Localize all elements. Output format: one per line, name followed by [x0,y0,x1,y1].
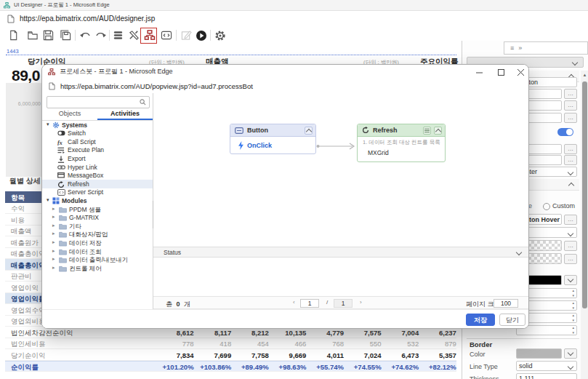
tree-item-hyper-link[interactable]: Hyper Link [42,163,153,172]
refresh-node-header[interactable]: Refresh [358,124,445,137]
tree-item-label[interactable]: Modules [62,197,86,204]
save-button[interactable]: 저장 [466,314,495,326]
save-all-icon[interactable] [60,29,72,41]
collapse-panel-icon[interactable]: » [518,44,522,52]
next-page-icon[interactable]: › [360,299,362,306]
tree-item-label[interactable]: Switch [68,129,86,137]
more-options-button[interactable]: … [564,155,577,165]
tree-item-label[interactable]: Refresh [68,180,89,188]
tree-item-label[interactable]: Execute Plan [68,146,104,153]
tree-item-modules[interactable]: ▾ Modules [42,196,153,205]
expand-arrow-icon[interactable]: ▸ [52,206,55,212]
close-button[interactable]: 닫기 [499,314,525,326]
tree-item-refresh[interactable]: Refresh [42,180,153,188]
stepper-arrows-icon[interactable]: ▴▾ [572,300,574,311]
tree-item-label[interactable]: 컨트롤 제어 [69,265,102,274]
minimize-button[interactable] [475,68,483,76]
tree-item-switch[interactable]: Switch [42,129,153,138]
onclick-event-label[interactable]: OnClick [247,142,272,149]
tree-item-label[interactable]: Server Script [68,188,103,196]
expand-arrow-icon[interactable]: ▸ [52,265,55,271]
maximize-button[interactable] [496,68,505,76]
tree-item-label[interactable]: Systems [62,121,87,129]
custom-radio[interactable] [543,203,550,210]
popup-urlbar[interactable]: https://epa.bimatrix.com/AUD/popview.jsp… [42,79,528,94]
tree-item-export[interactable]: Export [42,154,153,163]
node-list-icon[interactable] [423,127,431,135]
tab-objects[interactable]: Objects [42,108,97,120]
tree-item-execute-plan[interactable]: Execute Plan [42,146,153,155]
collapse-node-icon[interactable] [434,127,442,135]
redo-icon[interactable] [94,29,107,41]
button-node-header[interactable]: Button [230,124,315,137]
tree-item-server-script[interactable]: Server Script [42,188,153,197]
browser-url[interactable]: https://epa.bimatrix.com/AUD/designer.js… [20,15,155,23]
run-icon[interactable] [195,29,207,41]
page-size-input[interactable] [494,299,518,308]
code-view-icon[interactable] [160,29,172,41]
more-options-button[interactable]: … [564,113,577,123]
thickness-input[interactable]: 1.111 [516,373,577,379]
tree-item-ppdm-샘플[interactable]: ▸ PPDM 샘플 [42,205,153,214]
open-folder-icon[interactable] [26,29,39,41]
edit-icon[interactable] [180,29,193,41]
stepper-arrows-icon[interactable]: ▴▾ [572,313,574,323]
current-page-input[interactable] [300,299,319,308]
more-options-button[interactable]: … [564,254,577,264]
new-file-icon[interactable] [7,29,20,41]
more-options-button[interactable]: … [564,241,577,251]
settings-icon[interactable] [214,29,226,41]
dropdown-button[interactable] [564,348,577,359]
tree-search-input[interactable] [47,96,150,108]
tree-item-messagebox[interactable]: MessageBox [42,172,153,180]
popup-url[interactable]: https://epa.bimatrix.com/AUD/popview.jsp… [60,82,253,90]
pin-icon[interactable]: ≡ [510,44,514,52]
tree-item-label[interactable]: Call Script [68,138,96,145]
tree-item-label[interactable]: Hyper Link [68,164,97,171]
toggle-switch[interactable] [557,128,573,136]
tab-activities[interactable]: Activities [97,108,153,120]
stepper-arrows-icon[interactable]: ▴▾ [572,325,574,335]
panel-scrollbar[interactable]: ▲ [581,71,588,379]
prev-page-icon[interactable]: ‹ [293,299,295,306]
button-node[interactable]: Button OnClick [230,124,316,154]
more-options-button[interactable]: … [564,144,577,154]
table-row[interactable]: 순이익률+101.20%+103.86%+89.49%+98.63%+55.74… [5,361,456,372]
button-node-body[interactable]: OnClick [230,137,315,154]
tree-item-컨트롤-제어[interactable]: ▸ 컨트롤 제어 [42,264,153,273]
save-icon[interactable] [42,29,55,41]
tree-item-데이터-조회[interactable]: ▸ 데이터 조회 [42,247,153,256]
more-options-button[interactable]: … [564,89,577,99]
expand-arrow-icon[interactable]: ▸ [52,239,55,245]
table-row[interactable]: 당기순이익7,8347,6997,7589,6694,0117,0246,473… [5,349,456,361]
refresh-node[interactable]: Refresh 1. 데이터 조회 대상 컨트롤 목록 MXGrid [357,124,446,162]
more-options-button[interactable]: … [564,215,577,225]
undo-icon[interactable] [78,29,91,41]
expand-arrow-icon[interactable]: ▸ [52,248,55,254]
expand-arrow-icon[interactable]: ▸ [52,223,55,228]
collapse-node-icon[interactable] [305,127,313,135]
tree-item-g-matrix[interactable]: ▸ G-MATRIX [42,214,153,223]
border-color-swatch[interactable] [516,348,562,359]
tree-item-call-script[interactable]: fx Call Script [42,137,153,146]
data-stack-icon[interactable] [112,29,124,41]
status-section-header[interactable]: Status [153,247,529,258]
browser-urlbar[interactable]: https://epa.bimatrix.com/AUD/designer.js… [0,11,588,27]
refresh-param-value[interactable]: MXGrid [368,149,389,156]
tools-icon[interactable] [128,29,140,41]
more-options-button[interactable]: … [564,100,577,111]
expand-arrow-icon[interactable]: ▸ [52,214,55,220]
expand-arrow-icon[interactable]: ▸ [52,256,55,262]
tree-item-systems[interactable]: ▾ Systems [42,121,153,129]
scrollbar-thumb[interactable] [582,81,587,308]
table-row[interactable]: 법인세비용778418454466768550532879 [5,338,456,350]
tree-item-대화상자-팝업[interactable]: ▸ 대화상자/팝업 [42,231,153,239]
tree-item-label[interactable]: MessageBox [68,172,103,179]
scroll-up-icon[interactable]: ▲ [581,71,588,79]
tree-item-label[interactable]: G-MATRIX [69,214,99,221]
tree-item-데이터-출력-내보내기[interactable]: ▸ 데이터 출력/내보내기 [42,256,153,265]
stepper-arrows-icon[interactable]: ▴▾ [572,288,574,298]
line-type-select[interactable]: solid [516,361,577,371]
dropdown-button[interactable] [564,275,577,285]
tree-item-label[interactable]: Export [68,155,86,162]
